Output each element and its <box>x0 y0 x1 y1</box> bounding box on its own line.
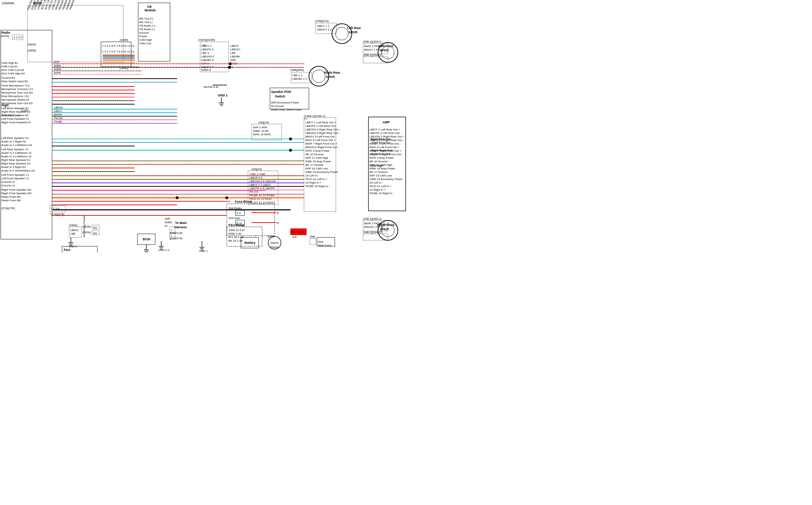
red-band-a: A B <box>292 235 297 239</box>
conn-1b: [1B][1A] <box>259 121 269 124</box>
amp-label: AMP <box>383 120 390 124</box>
cb-audio-out: CB Audio (+) <box>139 24 156 27</box>
right-rear-spkr-label2: SPKR <box>326 75 335 79</box>
amp-p1: LBE/Y 1 Left Rear Out + <box>370 128 400 131</box>
radio-label: Radio <box>1 31 11 34</box>
pa-relay-p3: R/BE 3 30 <box>229 232 242 235</box>
2b-p6: LBE/GN 6 6 LBE/GN <box>249 180 276 183</box>
1b-p15: R/PK 15 R/PK <box>253 133 271 136</box>
radio-pin-m3: Radio Fuse M3 <box>1 195 21 198</box>
radio-pin-h3: Audio In 1 Left/Mono H3 <box>1 144 32 147</box>
162-w3: LBE 3 <box>201 51 209 55</box>
162-r5: W/R <box>230 58 236 62</box>
sp-w-r: W/R Accessory Power <box>271 101 299 104</box>
wiring-diagram: 1092945 WHIM Radio CAN High A1 CAN Low A… <box>0 0 406 253</box>
conn-36-pins: LBE 1 1 <box>292 74 303 77</box>
svg-point-156 <box>225 196 228 199</box>
gnd1-label: GND 1 <box>218 94 228 97</box>
left-rear-spkr-label: Left Rear <box>347 26 361 30</box>
conn-5b: [5B] <box>310 235 315 238</box>
w-r-label: W/R <box>165 217 170 220</box>
radio-pin-b2: Rear Switch Input B2 <box>1 80 28 83</box>
svg-point-155 <box>176 196 179 199</box>
amp-p9: R/PK 9 Amp Power <box>370 156 394 159</box>
149-p2: LBE/PK 2 Left Rear Out - <box>305 124 337 128</box>
radio-pin-l3: Ground L3 <box>1 180 15 184</box>
red-band-label: Red Band <box>291 230 304 234</box>
conn-34b1: [34B-1][34A-1] <box>363 217 382 220</box>
conn-37b: [37B][37A] <box>315 19 328 23</box>
battery-neg: - <box>243 234 244 237</box>
149-p16: R/BK 16 Amp Power <box>305 160 331 163</box>
pa-relay-p24: V/BE 24 5 87 <box>229 229 246 232</box>
conn-264a-pins: 1 2 3 5 <box>13 36 22 39</box>
amp-p21: PK/O 21 Left In + <box>370 185 391 188</box>
radio-pin-m2: Right Front Speaker M2 <box>1 192 32 195</box>
w-w-label: W <box>165 224 168 228</box>
conn-2b: [2B][2A] <box>252 168 261 171</box>
bk-gn-label: BK/GN 8 W <box>204 85 219 89</box>
arrow-149: << <box>304 117 308 120</box>
high-label: High <box>1 103 9 107</box>
right-front-out-1: Right Front Out <box>371 149 392 152</box>
conn-34b1-pins: BN/R 2 PK/BK 2 <box>364 222 385 225</box>
cb-mic-out: Mic Out (+) <box>139 17 153 20</box>
1b-p14: W/BK 14 BK <box>253 129 269 133</box>
gnd32-label: GND 3-2 <box>143 252 155 253</box>
gnd3b-conn: [GND3-B] <box>170 231 182 235</box>
pa-amp-label: P&A <box>64 248 71 252</box>
radio-pin-j1: Left Rear Speaker J1 <box>1 148 28 151</box>
149-p5: BN/GY 5 Left Front Out - <box>305 135 337 138</box>
amp-p2: LBE/PK 2 Left Rear Out - <box>370 131 401 135</box>
cb-can-high: CAN High <box>139 38 152 41</box>
162-r1: LBE/O <box>230 44 239 47</box>
conn-280a: [280A] <box>28 43 36 46</box>
conn-27a: [27A][27B] <box>1 207 15 210</box>
pa-relay-label: P&A Relay <box>229 223 244 227</box>
starter-label2: Starter <box>270 246 279 249</box>
radio-pin-a1: CAN High A1 <box>1 61 18 64</box>
gnd3a-1: 1 <box>171 235 173 238</box>
conn-242a-m2: M2 <box>93 232 97 235</box>
cb-module-label2: Module <box>145 9 156 12</box>
162-r2: LBE/GY <box>230 48 241 51</box>
162-w2: LBE/PK 2 <box>201 48 214 51</box>
149-p21: PK/O 21 Left In + <box>305 178 327 181</box>
162-r3: LBE <box>230 51 236 55</box>
radio-pin-q3: Microphone Sum Out Q3 <box>1 91 33 94</box>
gnd31-label: GND 3-1 <box>158 248 170 252</box>
can-high-amp: CAN High <box>370 164 383 167</box>
conn-242b-m2: M2 <box>93 226 97 229</box>
conn-264a: [264A] <box>1 34 9 38</box>
cb-module-label: CB <box>147 5 152 9</box>
cb-power: Power <box>139 35 147 38</box>
wire-bkpk: BK/PK <box>54 113 62 116</box>
conn-184-nums2: 1 2 3 4 5 6 7 8 9 10 11 12 <box>102 50 135 53</box>
svg-point-160 <box>228 66 231 69</box>
conn-162a: [162A][162B] <box>198 38 215 41</box>
radio-pin-k1: Right Rear Speaker K1 <box>1 158 31 162</box>
fuse-20a: 20A P&A <box>229 217 240 220</box>
amp-p6: BN/O 6 Left Front Out + <box>370 146 400 149</box>
radio-pin-c2: Microphone Common C2 <box>1 88 33 91</box>
radio-pin-a4: AUX CAN High A4 <box>1 72 25 75</box>
149-p17: BK 17 Ground <box>305 163 323 167</box>
296-lbe: LBE <box>70 232 75 235</box>
wire-pkbe: PK/BE <box>54 120 62 123</box>
149-p19: V/BE 19 Accessory Power <box>305 170 338 174</box>
conn-35b1-pins: BN/O 2 PK/BK 2 <box>364 45 385 48</box>
right-front-out-2: Right Front Out <box>371 152 390 156</box>
conn-34b1-pins2: BN/GN 1 PK 1 <box>364 225 383 229</box>
162-w8: W/BN 8 <box>201 68 211 72</box>
radio-pin-f2: Right Front Headset F2 <box>1 121 31 124</box>
162-w4: LBE/GN 4 <box>201 55 214 58</box>
main-harness-label2: Harness <box>174 225 187 229</box>
radio-pin-f1: Left Front Headset F1 <box>1 117 29 120</box>
radio-pin-h1: Left Rear Speaker H1 <box>1 136 29 140</box>
wire-wr: W/R <box>54 60 60 63</box>
amp-p17: BK 17 Ground <box>370 170 388 174</box>
acc-power-label: Accessory Power <box>83 215 86 237</box>
radio-pin-m4: Radio Fuse M4 <box>1 199 21 202</box>
arrow-162: ↓<< <box>201 44 206 47</box>
cb-audio-out2: CB Audio (-) <box>139 28 155 31</box>
